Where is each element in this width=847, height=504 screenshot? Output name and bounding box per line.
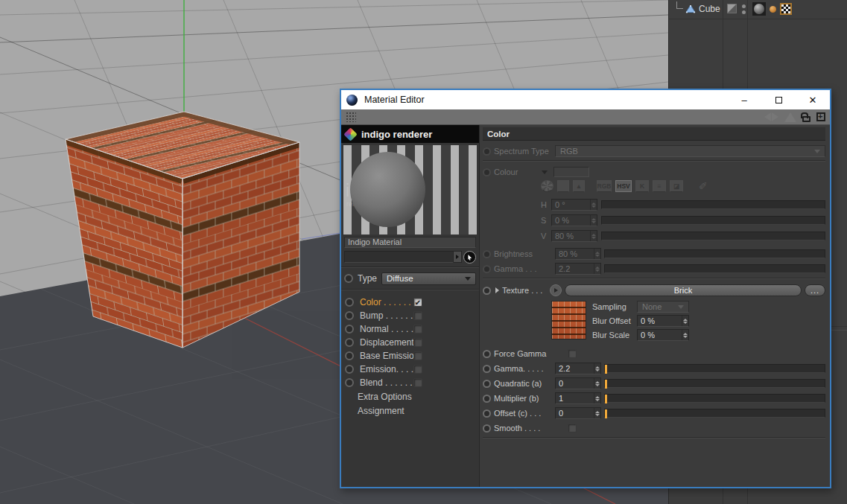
color-from-image-icon: ▲	[573, 180, 585, 192]
channel-displacement[interactable]: Displacement	[341, 336, 479, 349]
editor-visibility-toggle-icon[interactable]	[727, 4, 737, 13]
sidebar-item-extra-options[interactable]: Extra Options	[341, 389, 479, 403]
right-arrow-icon	[456, 255, 459, 259]
channel-normal-radio[interactable]	[345, 325, 354, 334]
hue-value-field: 0 °	[551, 199, 597, 211]
channel-normal-checkbox[interactable]	[413, 325, 422, 334]
gradient-icon: ◪	[670, 180, 683, 192]
offset-row: Offset (c) . . . 0	[483, 407, 825, 419]
material-preview[interactable]: indigo renderer	[343, 145, 477, 235]
lock-icon[interactable]	[802, 116, 810, 122]
channel-blend-checkbox[interactable]	[413, 378, 422, 387]
spinner-arrows-icon[interactable]	[594, 363, 600, 374]
divider	[341, 267, 479, 268]
type-radio[interactable]	[344, 274, 353, 283]
new-window-icon[interactable]	[816, 112, 825, 121]
window-titlebar[interactable]: Material Editor – ✕	[341, 90, 830, 109]
type-dropdown[interactable]: Diffuse	[381, 272, 476, 285]
quadratic-slider[interactable]	[604, 379, 825, 388]
sampling-row: Sampling None	[592, 301, 734, 313]
color-wheel-icon	[541, 180, 553, 192]
texture-thumbnail[interactable]	[551, 301, 586, 339]
maximize-button[interactable]	[761, 90, 796, 109]
channel-bump-checkbox[interactable]	[413, 311, 422, 320]
divider	[483, 160, 825, 162]
texture-preview-button[interactable]	[550, 284, 562, 296]
gamma-top-radio	[483, 265, 491, 273]
smooth-checkbox[interactable]	[568, 424, 577, 433]
force-gamma-radio[interactable]	[483, 350, 491, 358]
channel-base-emission-radio[interactable]	[345, 351, 354, 360]
spinner-arrows-icon	[594, 249, 600, 259]
texture-tag-icon[interactable]	[780, 3, 792, 15]
channel-base-emission-checkbox[interactable]	[413, 351, 422, 360]
channel-color-checkbox[interactable]: ✔	[413, 298, 422, 307]
channel-normal[interactable]: Normal . . . . . .	[341, 322, 479, 336]
blur-scale-field[interactable]: 0 %	[637, 329, 689, 341]
spinner-arrows-icon[interactable]	[682, 316, 688, 326]
cube-object-icon[interactable]	[685, 4, 696, 14]
channel-color-radio[interactable]	[345, 298, 354, 307]
offset-radio[interactable]	[483, 409, 491, 418]
material-editor-app-icon	[346, 95, 358, 106]
minimize-button[interactable]: –	[727, 90, 761, 109]
quadratic-row: Quadratic (a) 0	[483, 377, 825, 389]
gamma-slider[interactable]	[604, 364, 825, 373]
texture-browse-button[interactable]: ...	[805, 284, 825, 296]
blur-offset-field[interactable]: 0 %	[637, 315, 689, 327]
channel-displacement-checkbox[interactable]	[413, 338, 422, 347]
gamma-radio[interactable]	[483, 365, 491, 373]
spinner-arrows-icon[interactable]	[594, 393, 600, 403]
search-input[interactable]	[344, 251, 454, 263]
scene-preview-icon[interactable]	[784, 112, 796, 122]
spinner-arrows-icon	[590, 200, 597, 210]
multiplier-value-field[interactable]: 1	[555, 392, 601, 404]
offset-value-field[interactable]: 0	[555, 407, 601, 419]
sidebar-item-assignment[interactable]: Assignment	[341, 403, 479, 418]
type-value: Diffuse	[387, 274, 413, 283]
pick-cursor-button[interactable]	[463, 251, 476, 264]
texture-name-button[interactable]: Brick	[565, 284, 802, 296]
channel-emission[interactable]: Emission. . . . .	[341, 363, 479, 376]
material-tag-icon[interactable]	[752, 2, 766, 16]
collapse-arrow-icon	[542, 170, 548, 174]
offset-slider[interactable]	[604, 409, 825, 418]
expand-field-button[interactable]	[454, 251, 462, 263]
expand-triangle-icon[interactable]	[495, 287, 499, 293]
visibility-dot-top[interactable]	[742, 4, 746, 8]
channel-color[interactable]: Color . . . . . . . ✔	[341, 296, 479, 309]
drag-grip-icon[interactable]	[346, 112, 356, 122]
channel-base-emission[interactable]: Base Emission	[341, 349, 479, 363]
channel-emission-radio[interactable]	[345, 365, 354, 374]
channel-displacement-radio[interactable]	[345, 338, 354, 347]
texture-radio[interactable]	[483, 287, 491, 295]
channel-emission-checkbox[interactable]	[413, 365, 422, 374]
channel-blend[interactable]: Blend . . . . . . .	[341, 376, 479, 389]
quadratic-value-field[interactable]: 0	[555, 377, 601, 389]
close-button[interactable]: ✕	[796, 90, 830, 109]
multiplier-radio[interactable]	[483, 395, 491, 403]
object-row-cube[interactable]: Cube	[669, 0, 847, 19]
spinner-arrows-icon[interactable]	[594, 408, 600, 418]
channel-bump[interactable]: Bump . . . . . . .	[341, 309, 479, 322]
type-row: Type Diffuse	[341, 272, 479, 285]
channel-blend-radio[interactable]	[345, 378, 354, 387]
multiplier-slider[interactable]	[604, 394, 825, 403]
prev-next-material-icon[interactable]	[764, 112, 778, 121]
texture-detail-block: Sampling None Blur Offset 0 %	[551, 301, 825, 343]
spinner-arrows-icon[interactable]	[682, 330, 688, 340]
smooth-row: Smooth . . . .	[483, 422, 825, 434]
gamma-value-field[interactable]: 2.2	[555, 363, 601, 374]
channel-bump-radio[interactable]	[345, 311, 354, 320]
gamma-top-row: Gamma . . . 2.2	[483, 263, 825, 275]
window-title: Material Editor	[364, 95, 425, 105]
material-name-field[interactable]: Indigo Material	[344, 237, 476, 248]
smooth-radio[interactable]	[483, 424, 491, 433]
quadratic-radio[interactable]	[483, 380, 491, 388]
object-name-label[interactable]: Cube	[699, 4, 720, 14]
spinner-arrows-icon[interactable]	[594, 378, 600, 389]
visibility-dot-bottom[interactable]	[742, 10, 746, 14]
phong-tag-icon[interactable]	[770, 6, 776, 13]
force-gamma-checkbox[interactable]	[568, 349, 577, 358]
multiplier-row: Multiplier (b) 1	[483, 392, 825, 404]
